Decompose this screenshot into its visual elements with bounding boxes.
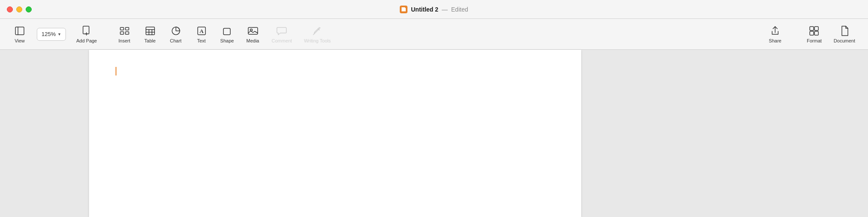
window-controls (7, 6, 32, 12)
svg-rect-23 (810, 31, 814, 35)
zoom-selector[interactable]: 125% ▼ (37, 28, 66, 41)
format-label: Format (807, 38, 822, 43)
svg-rect-9 (146, 27, 155, 35)
shape-icon (222, 25, 233, 36)
comment-button[interactable]: Comment (266, 23, 298, 46)
text-cursor (116, 67, 116, 75)
main-content (0, 50, 868, 217)
chart-button[interactable]: Chart (163, 23, 189, 46)
share-label: Share (769, 38, 781, 43)
format-icon (809, 25, 820, 36)
add-page-button[interactable]: Add Page (70, 23, 103, 46)
svg-rect-21 (810, 27, 814, 30)
shape-label: Shape (220, 38, 234, 43)
close-button[interactable] (7, 6, 13, 12)
title-center: Untitled 2 — Edited (400, 6, 468, 13)
svg-rect-0 (15, 27, 24, 35)
insert-label: Insert (119, 38, 131, 43)
app-icon (400, 6, 407, 13)
chart-icon (170, 25, 181, 36)
media-label: Media (247, 38, 259, 43)
add-page-icon (81, 25, 92, 36)
left-panel (0, 50, 89, 217)
comment-icon (276, 25, 287, 36)
svg-rect-17 (223, 28, 230, 35)
writing-tools-icon (312, 25, 323, 36)
zoom-control[interactable]: 125% ▼ (33, 26, 70, 42)
right-panel (581, 50, 868, 217)
insert-button[interactable]: Insert (112, 23, 137, 46)
document-icon (839, 25, 850, 36)
table-label: Table (144, 38, 155, 43)
svg-rect-2 (83, 26, 89, 34)
text-icon: A (196, 25, 207, 36)
document-label: Document (834, 38, 855, 43)
maximize-button[interactable] (26, 6, 32, 12)
media-button[interactable]: Media (240, 23, 266, 46)
comment-label: Comment (272, 38, 292, 43)
writing-tools-button[interactable]: Writing Tools (298, 23, 337, 46)
minimize-button[interactable] (16, 6, 22, 12)
document-area (89, 50, 581, 217)
toolbar: View 125% ▼ Add Page Inse (0, 19, 868, 50)
share-button[interactable]: Share (762, 23, 788, 46)
svg-rect-5 (120, 27, 124, 30)
view-label: View (15, 38, 25, 43)
format-button[interactable]: Format (801, 23, 828, 46)
svg-rect-24 (814, 31, 818, 35)
insert-icon (119, 25, 130, 36)
zoom-value: 125% (42, 31, 56, 37)
sidebar-icon (14, 25, 25, 36)
table-icon (145, 25, 156, 36)
svg-rect-18 (248, 27, 258, 34)
view-button[interactable]: View (7, 23, 33, 46)
shape-button[interactable]: Shape (214, 23, 240, 46)
svg-rect-6 (125, 27, 129, 30)
share-icon (770, 25, 781, 36)
svg-line-20 (313, 34, 314, 35)
add-page-label: Add Page (76, 38, 97, 43)
title-separator: — (442, 6, 448, 13)
document-title: Untitled 2 (411, 6, 438, 13)
title-bar: Untitled 2 — Edited (0, 0, 868, 19)
svg-text:A: A (199, 28, 204, 34)
svg-rect-7 (120, 32, 124, 34)
svg-rect-22 (814, 27, 818, 30)
chart-label: Chart (170, 38, 181, 43)
chevron-down-icon: ▼ (57, 32, 61, 36)
media-icon (247, 25, 259, 36)
writing-tools-label: Writing Tools (304, 38, 331, 43)
table-button[interactable]: Table (137, 23, 163, 46)
text-label: Text (197, 38, 205, 43)
document-page[interactable] (89, 50, 581, 217)
svg-rect-8 (125, 32, 129, 34)
document-button[interactable]: Document (828, 23, 861, 46)
text-button[interactable]: A Text (189, 23, 214, 46)
document-status: Edited (451, 6, 468, 13)
